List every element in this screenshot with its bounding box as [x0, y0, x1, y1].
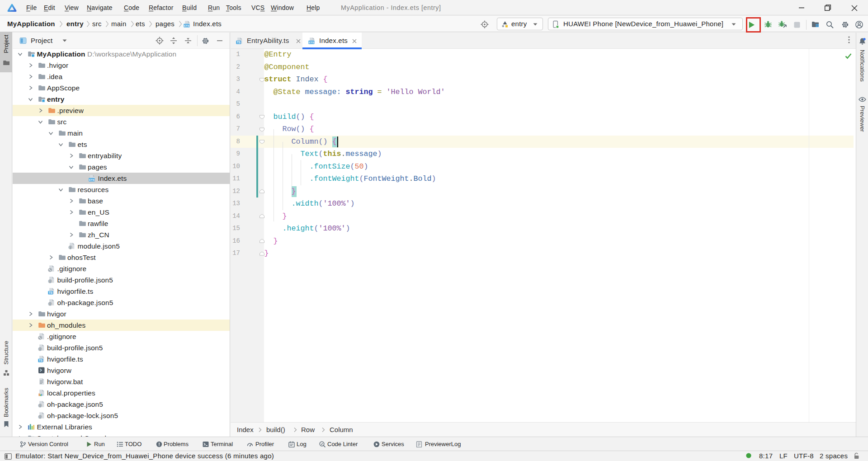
svg-text:{ }: { } [48, 302, 52, 306]
svg-text:TS: TS [237, 41, 241, 44]
svg-text:TS: TS [49, 291, 53, 294]
svg-text:ETS: ETS [309, 41, 314, 44]
svg-text:{ }: { } [38, 348, 42, 351]
svg-text:ETS: ETS [89, 179, 94, 181]
svg-text:{ }: { } [48, 280, 52, 283]
svg-text:{ }: { } [69, 246, 72, 249]
svg-text:{ }: { } [38, 404, 42, 408]
svg-text:TS: TS [38, 359, 42, 362]
svg-text:ETS: ETS [184, 24, 189, 27]
svg-text:{ }: { } [38, 415, 42, 419]
